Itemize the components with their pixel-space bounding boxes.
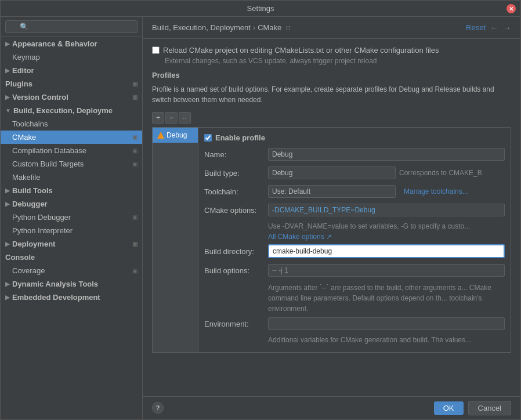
environment-row: Environment: <box>204 317 505 330</box>
help-button[interactable]: ? <box>152 402 164 414</box>
add-profile-button[interactable]: + <box>152 112 164 124</box>
build-options-input[interactable] <box>268 264 505 277</box>
more-options-button[interactable]: ·· <box>179 112 191 124</box>
build-directory-input[interactable] <box>268 244 505 258</box>
sidebar-item-label: Custom Build Targets <box>12 160 84 168</box>
sidebar-item-editor[interactable]: ▶ Editor <box>1 64 142 77</box>
breadcrumb-parent: Build, Execution, Deployment <box>152 23 251 32</box>
page-icon: ▣ <box>132 134 138 140</box>
chevron-down-icon: ▼ <box>5 107 11 114</box>
chevron-right-icon: ▶ <box>5 187 10 194</box>
sidebar-item-version-control[interactable]: ▶ Version Control ▣ <box>1 90 142 104</box>
environment-hint: Additional variables for CMake generatio… <box>268 336 505 344</box>
sidebar-item-label: Console <box>5 253 35 262</box>
forward-button[interactable]: → <box>503 23 511 32</box>
chevron-right-icon: ▶ <box>5 41 10 47</box>
chevron-right-icon: ▶ <box>5 201 10 207</box>
enable-profile-row: Enable profile <box>204 133 505 142</box>
sidebar-item-toolchains[interactable]: Toolchains <box>1 117 142 131</box>
chevron-right-icon: ▶ <box>5 94 10 100</box>
breadcrumb-current: CMake <box>258 23 281 32</box>
sidebar-item-keymap[interactable]: Keymap <box>1 50 142 64</box>
sidebar-item-coverage[interactable]: Coverage ▣ <box>1 264 142 277</box>
build-options-hint: Arguments after `--` are passed to the b… <box>268 283 505 314</box>
toolchain-row: Toolchain: Use: Default Manage toolchain… <box>204 185 505 198</box>
sidebar-item-label: Toolchains <box>12 120 48 128</box>
enable-profile-label: Enable profile <box>215 133 265 142</box>
sidebar-item-compilation-db[interactable]: Compilation Database ▣ <box>1 144 142 157</box>
manage-toolchains-link[interactable]: Manage toolchains... <box>404 187 468 195</box>
page-icon: ▣ <box>132 214 138 220</box>
ok-button[interactable]: OK <box>434 401 464 415</box>
profile-item-debug[interactable]: Debug <box>153 128 198 143</box>
sidebar-item-deployment[interactable]: ▶ Deployment ▣ <box>1 237 142 251</box>
page-icon: ▣ <box>132 161 138 167</box>
sidebar-item-python-debugger[interactable]: Python Debugger ▣ <box>1 211 142 224</box>
reset-button[interactable]: Reset <box>466 23 486 32</box>
chevron-right-icon: ▶ <box>5 294 10 300</box>
reload-hint: External changes, such as VCS update, al… <box>165 57 511 65</box>
chevron-right-icon: ▶ <box>5 241 10 247</box>
sidebar-item-label: Deployment <box>12 240 55 248</box>
profiles-title: Profiles <box>152 71 511 79</box>
build-type-select[interactable]: Debug Release RelWithDebInfo MinSizeRel <box>268 166 396 179</box>
reload-checkbox[interactable] <box>152 46 160 54</box>
profile-item-label: Debug <box>167 131 187 139</box>
page-icon: ▣ <box>132 147 138 154</box>
breadcrumb-separator: › <box>253 23 255 32</box>
sidebar-nav: ▶ Appearance & Behavior Keymap ▶ Editor … <box>1 37 142 419</box>
chevron-right-icon: ▶ <box>5 67 10 74</box>
sidebar-item-cmake[interactable]: CMake ▣ <box>1 131 142 144</box>
sidebar-item-plugins[interactable]: Plugins ▣ <box>1 77 142 90</box>
back-button[interactable]: ← <box>490 23 498 32</box>
sidebar-item-embedded-development[interactable]: ▶ Embedded Development <box>1 291 142 304</box>
sidebar-item-makefile[interactable]: Makefile <box>1 171 142 184</box>
close-button[interactable]: ✕ <box>506 4 516 13</box>
sidebar-item-label: Editor <box>12 66 34 75</box>
environment-input[interactable] <box>268 317 505 330</box>
sidebar: 🔍 ▶ Appearance & Behavior Keymap ▶ Edito… <box>1 17 143 419</box>
build-directory-row: Build directory: <box>204 244 505 258</box>
sidebar-item-label: Embedded Development <box>12 293 100 302</box>
search-bar: 🔍 <box>1 17 142 37</box>
sidebar-item-label: Debugger <box>12 200 48 208</box>
settings-window: Settings ✕ 🔍 ▶ Appearance & Behavior Key… <box>0 0 521 420</box>
profile-list: Debug <box>152 127 198 353</box>
remove-profile-button[interactable]: − <box>165 112 178 124</box>
toolchain-label: Toolchain: <box>204 187 268 196</box>
name-input[interactable] <box>268 148 505 161</box>
cmake-options-label: CMake options: <box>204 206 268 215</box>
bottom-bar: ? OK Cancel <box>143 396 520 419</box>
sidebar-item-dynamic-analysis-tools[interactable]: ▶ Dynamic Analysis Tools <box>1 277 142 291</box>
breadcrumb-actions: Reset ← → <box>466 23 511 32</box>
reload-checkbox-row: Reload CMake project on editing CMakeLis… <box>152 46 511 55</box>
main-panel: Build, Execution, Deployment › CMake □ R… <box>143 17 520 419</box>
reload-checkbox-label: Reload CMake project on editing CMakeLis… <box>163 46 439 55</box>
sidebar-item-console[interactable]: Console <box>1 251 142 264</box>
name-label: Name: <box>204 150 268 159</box>
all-cmake-options-link[interactable]: All CMake options ↗ <box>268 233 332 241</box>
search-input[interactable] <box>5 20 138 33</box>
enable-profile-checkbox[interactable] <box>204 134 212 142</box>
sidebar-item-label: Python Debugger <box>12 213 71 222</box>
sidebar-item-build-tools[interactable]: ▶ Build Tools <box>1 184 142 197</box>
sidebar-item-label: Compilation Database <box>12 146 86 155</box>
cmake-options-hint1: Use -DVAR_NAME=value to set variables, -… <box>268 222 505 230</box>
sidebar-item-label: Appearance & Behavior <box>12 39 97 48</box>
sidebar-item-debugger[interactable]: ▶ Debugger <box>1 197 142 211</box>
profile-toolbar: + − ·· <box>152 112 511 124</box>
cmake-options-input[interactable] <box>268 204 505 216</box>
page-icon: ▣ <box>132 94 138 100</box>
build-type-label: Build type: <box>204 169 268 178</box>
sidebar-item-appearance[interactable]: ▶ Appearance & Behavior <box>1 37 142 50</box>
sidebar-item-label: Makefile <box>12 173 40 182</box>
sidebar-item-label: Version Control <box>12 93 68 102</box>
sidebar-item-python-interpreter[interactable]: Python Interpreter <box>1 224 142 237</box>
sidebar-item-build-exec-deploy[interactable]: ▼ Build, Execution, Deployme <box>1 104 142 117</box>
name-row: Name: <box>204 148 505 161</box>
sidebar-item-custom-build-targets[interactable]: Custom Build Targets ▣ <box>1 157 142 171</box>
profile-section: Debug Enable profile Name: <box>152 127 511 353</box>
chevron-right-icon: ▶ <box>5 281 10 287</box>
cancel-button[interactable]: Cancel <box>468 401 511 415</box>
toolchain-select[interactable]: Use: Default <box>268 185 396 198</box>
